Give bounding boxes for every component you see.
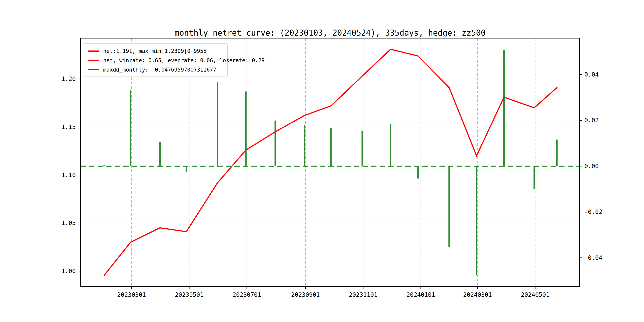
right-tick-label: -0.02 xyxy=(584,208,602,215)
monthly-return-bar xyxy=(417,166,418,178)
monthly-return-bar xyxy=(103,165,105,166)
x-tick-label: 20230501 xyxy=(175,291,204,298)
monthly-return-bar xyxy=(330,128,332,166)
x-tick-label: 20240101 xyxy=(406,291,435,298)
chart-title: monthly netret curve: (20230103, 2024052… xyxy=(80,28,580,37)
legend-maxdd-label: maxdd_monthly: -0.04769597007311677 xyxy=(103,66,216,73)
monthly-return-bar xyxy=(217,82,218,166)
left-tick-label: 1.05 xyxy=(62,220,76,226)
x-tick-label: 20230901 xyxy=(291,291,320,298)
monthly-return-bar xyxy=(245,92,247,166)
monthly-return-bar xyxy=(274,121,276,166)
left-tick-label: 1.15 xyxy=(62,124,76,130)
monthly-return-bar xyxy=(304,126,305,166)
x-tick-label: 20230301 xyxy=(117,291,146,298)
x-tick-label: 20231101 xyxy=(349,291,378,298)
monthly-return-bar xyxy=(556,140,558,166)
x-tick-label: 20230701 xyxy=(232,291,262,298)
monthly-return-bar xyxy=(390,124,391,166)
left-tick-label: 1.20 xyxy=(62,75,76,82)
right-tick-label: 0.02 xyxy=(584,117,599,124)
left-tick-label: 1.10 xyxy=(62,172,76,178)
x-tick-label: 20240501 xyxy=(521,291,550,298)
red-line-swatch-icon xyxy=(88,69,99,70)
legend-item-winrate: net, winrate: 0.65, evenrate: 0.06, lose… xyxy=(86,56,224,65)
right-tick-label: -0.04 xyxy=(584,254,602,261)
monthly-return-bar xyxy=(362,131,363,166)
monthly-return-bar xyxy=(159,142,160,166)
monthly-return-bar xyxy=(130,90,132,166)
legend-item-net: net:1.191, max|min:1.2309|0.9955 xyxy=(86,46,224,56)
monthly-return-bar xyxy=(503,50,505,166)
right-tick-label: 0.00 xyxy=(584,162,599,170)
red-line-swatch-icon xyxy=(88,50,99,52)
legend-box: net:1.191, max|min:1.2309|0.9955 net, wi… xyxy=(83,43,228,77)
netret-figure: 2023030120230501202307012023090120231101… xyxy=(0,0,644,322)
monthly-return-bar xyxy=(476,166,477,276)
left-tick-label: 1.00 xyxy=(62,268,76,274)
legend-net-label: net:1.191, max|min:1.2309|0.9955 xyxy=(103,48,206,54)
monthly-return-bar xyxy=(186,166,187,172)
legend-item-maxdd: maxdd_monthly: -0.04769597007311677 xyxy=(86,65,224,74)
x-tick-label: 20240301 xyxy=(463,291,492,298)
monthly-return-bar xyxy=(534,166,535,189)
legend-winrate-label: net, winrate: 0.65, evenrate: 0.06, lose… xyxy=(103,57,265,64)
red-line-swatch-icon xyxy=(88,60,99,61)
monthly-return-bar xyxy=(448,166,450,247)
right-tick-label: 0.04 xyxy=(584,71,599,78)
